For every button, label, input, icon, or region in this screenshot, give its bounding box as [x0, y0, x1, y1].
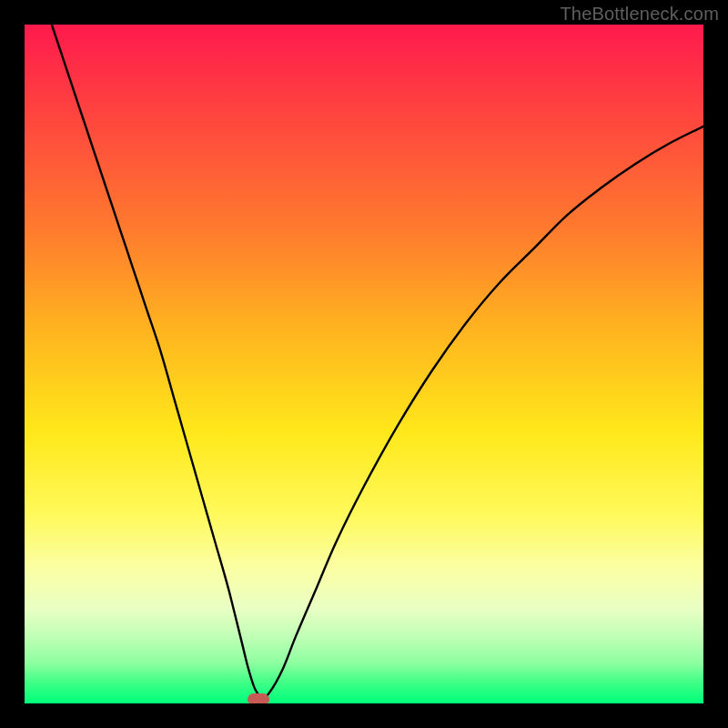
chart-frame: TheBottleneck.com [0, 0, 728, 728]
plot-area [25, 25, 703, 703]
optimal-marker [248, 693, 269, 703]
curve-layer [25, 25, 703, 703]
bottleneck-curve [52, 25, 703, 697]
watermark-text: TheBottleneck.com [560, 4, 719, 25]
